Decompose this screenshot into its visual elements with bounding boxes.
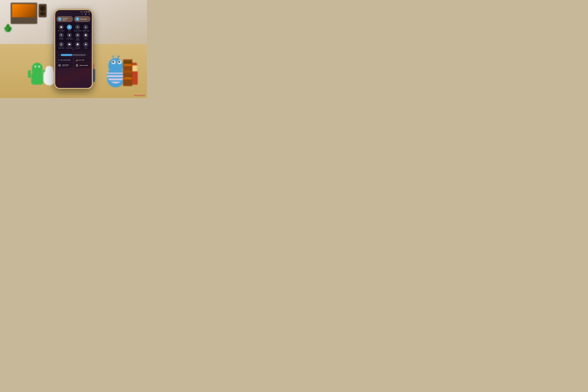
bluetooth-tile[interactable]: Bluetooth bbox=[74, 16, 90, 22]
quick-item-flashlight[interactable]: Flashlight bbox=[58, 32, 65, 41]
dark-mode-tile[interactable]: 🌙 Dark mode bbox=[74, 58, 90, 62]
quick-item-lesspower[interactable]: less power bbox=[74, 42, 81, 49]
hotspot-icon-btn[interactable] bbox=[75, 25, 80, 30]
eye-comfort-label: Eye comfort shield bbox=[60, 60, 70, 61]
battery-percentage: 95% bbox=[88, 11, 90, 12]
dnd-label: Do not disturb bbox=[58, 30, 64, 32]
page-dots bbox=[58, 48, 89, 50]
watermark-text: Pocket bbox=[135, 94, 142, 96]
wifi-status-icon: ▲ bbox=[82, 11, 84, 12]
dark-mode-icon: 🌙 bbox=[75, 59, 78, 61]
bluetooth-tile-icon bbox=[76, 17, 79, 21]
device-control-title: Device control bbox=[80, 65, 88, 66]
signal-status-icon: ◈ bbox=[84, 11, 85, 12]
device-control-text: Device control bbox=[80, 65, 88, 66]
bottom-tiles-row: Smart View Mirror screen Device control bbox=[56, 63, 90, 68]
quick-grid-container: Do not disturb Sound bbox=[56, 23, 90, 52]
brightness-fill bbox=[61, 54, 72, 56]
device-control-icon bbox=[75, 64, 78, 67]
phone-device: ⚡ ▲ ◈ 🔋 95% ✏ ⏻ ⚙ bbox=[54, 9, 93, 89]
device-control-tile[interactable]: Device control bbox=[74, 63, 90, 68]
modes-icon-btn[interactable] bbox=[83, 32, 88, 38]
airplane-icon-btn[interactable] bbox=[83, 25, 88, 30]
wifi-tile[interactable]: The Iron Dome bbox=[56, 16, 73, 22]
quick-item-dnd[interactable]: Do not disturb bbox=[58, 25, 65, 32]
settings-icon[interactable]: ⚙ bbox=[88, 13, 90, 15]
smart-view-title: Smart View bbox=[62, 64, 68, 66]
flashlight-icon-btn[interactable] bbox=[59, 32, 64, 38]
quick-item-screenrecorder[interactable]: Screen recorder bbox=[74, 32, 81, 41]
page-dot-2 bbox=[74, 50, 74, 50]
status-icons: ⚡ ▲ ◈ 🔋 95% bbox=[80, 11, 90, 12]
multicontrol-label: Multi control bbox=[58, 48, 64, 49]
sound-icon-btn[interactable] bbox=[67, 25, 72, 30]
phone-screen: ⚡ ▲ ◈ 🔋 95% ✏ ⏻ ⚙ bbox=[55, 10, 92, 88]
screenrecorder-label: Screen recorder bbox=[74, 38, 81, 41]
bluetooth-status-icon: ⚡ bbox=[80, 11, 82, 12]
securefolder-icon-btn[interactable] bbox=[67, 42, 72, 47]
hotspot-label: Mobile Hotspot bbox=[74, 30, 81, 32]
background-speaker bbox=[38, 4, 46, 17]
powersaving-label: Power saving bbox=[66, 38, 72, 40]
brightness-row: ☀ ⋮ bbox=[58, 54, 89, 56]
power-icon[interactable]: ⏻ bbox=[85, 13, 86, 15]
smart-view-text: Smart View Mirror screen bbox=[62, 64, 68, 66]
modes-label: Modes bbox=[84, 38, 87, 40]
flashlight-label: Flashlight bbox=[59, 38, 64, 40]
airplane-label: Airplane mode bbox=[82, 30, 89, 32]
home-label: Home bbox=[84, 48, 87, 49]
bluetooth-tile-label: Bluetooth bbox=[80, 18, 86, 20]
brightness-section: ☀ ⋮ bbox=[56, 52, 90, 58]
quick-item-sound[interactable]: Sound bbox=[66, 25, 73, 32]
wifi-network-name: The Iron Dome bbox=[62, 18, 71, 21]
quick-item-securefolder[interactable]: Secure Folder bbox=[66, 42, 73, 49]
sound-label: Sound bbox=[68, 30, 71, 32]
dark-mode-label: Dark mode bbox=[78, 60, 84, 61]
page-dot-1 bbox=[73, 50, 73, 50]
quick-item-modes[interactable]: Modes bbox=[82, 32, 90, 41]
smart-view-subtitle: Mirror screen bbox=[62, 66, 68, 66]
securefolder-label: Secure Folder bbox=[66, 48, 73, 49]
quick-item-powersaving[interactable]: Power saving bbox=[66, 32, 73, 41]
top-tiles-row: The Iron Dome Bluetooth bbox=[55, 16, 92, 22]
smart-view-icon bbox=[58, 64, 61, 67]
qs-toolbar: ✏ ⏻ ⚙ bbox=[55, 13, 92, 16]
robot-blue-figure bbox=[106, 61, 126, 87]
pocketlint-watermark: PPocketlint bbox=[134, 94, 145, 96]
marshmallow-figure bbox=[42, 67, 56, 85]
quick-item-airplane[interactable]: Airplane mode bbox=[82, 25, 90, 32]
eye-comfort-icon: ☀ bbox=[58, 59, 60, 61]
powersaving-icon-btn[interactable] bbox=[67, 32, 72, 38]
background-tv bbox=[11, 3, 37, 24]
multicontrol-icon-btn[interactable] bbox=[59, 42, 64, 47]
phone-wrapper: ⚡ ▲ ◈ 🔋 95% ✏ ⏻ ⚙ bbox=[54, 9, 93, 89]
lego-tower bbox=[123, 60, 132, 86]
tv-screen bbox=[12, 4, 36, 17]
quick-item-home[interactable]: Home bbox=[82, 42, 90, 49]
quick-item-hotspot[interactable]: Mobile Hotspot bbox=[74, 25, 81, 32]
lesspower-icon-btn[interactable] bbox=[75, 42, 80, 47]
watermark-accent2: lint bbox=[142, 94, 145, 96]
dnd-icon-btn[interactable] bbox=[59, 25, 64, 30]
quick-grid: Do not disturb Sound bbox=[58, 25, 89, 48]
quick-item-multicontrol[interactable]: Multi control bbox=[58, 42, 65, 49]
pencil-icon[interactable]: ✏ bbox=[82, 13, 83, 15]
comfort-row: ☀ Eye comfort shield 🌙 Dark mode bbox=[56, 58, 90, 62]
lesspower-label: less power bbox=[75, 48, 80, 49]
camera-notch bbox=[73, 12, 74, 13]
battery-icon: 🔋 bbox=[86, 11, 87, 12]
screenrecorder-icon-btn[interactable] bbox=[75, 32, 80, 38]
watermark-accent: P bbox=[134, 94, 135, 96]
brightness-more-icon[interactable]: ⋮ bbox=[87, 54, 89, 56]
brightness-low-icon: ☀ bbox=[58, 54, 60, 56]
eye-comfort-tile[interactable]: ☀ Eye comfort shield bbox=[56, 58, 73, 62]
home-icon-btn[interactable] bbox=[83, 42, 88, 47]
plant bbox=[4, 24, 12, 34]
wifi-icon bbox=[58, 17, 62, 21]
smart-view-tile[interactable]: Smart View Mirror screen bbox=[56, 63, 73, 68]
brightness-track[interactable] bbox=[61, 54, 86, 56]
